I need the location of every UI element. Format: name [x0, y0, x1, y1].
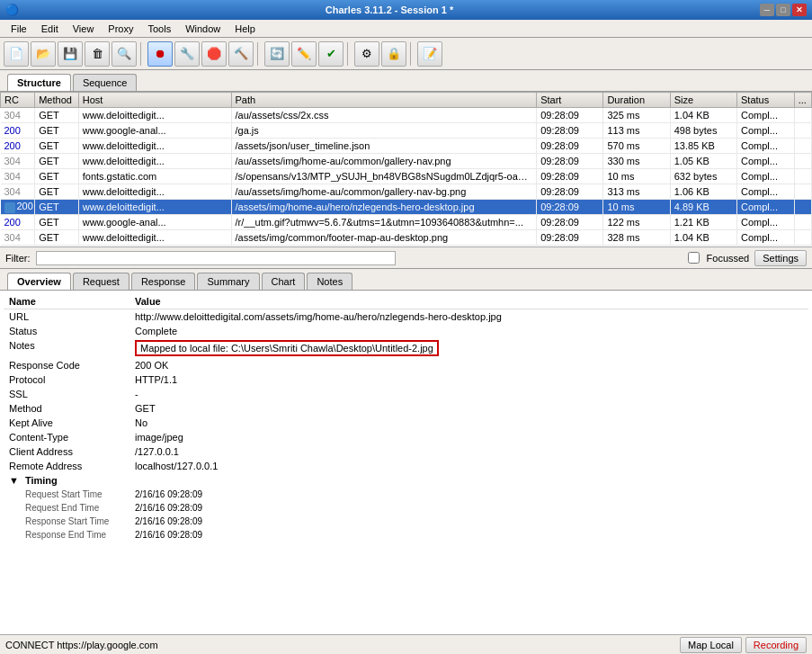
record-button[interactable]: ⏺: [147, 41, 173, 67]
tab-response[interactable]: Response: [131, 273, 196, 290]
table-row[interactable]: 200 GET www.deloittedigit... /assets/img…: [1, 200, 812, 215]
menu-view[interactable]: View: [66, 22, 102, 36]
title-controls: ─ □ ✕: [760, 4, 807, 16]
throttle-button[interactable]: 🔧: [174, 41, 200, 67]
filter-input[interactable]: [36, 251, 396, 265]
header-status[interactable]: Status: [736, 93, 794, 108]
focussed-label: Focussed: [707, 253, 750, 264]
cell-extra: [794, 200, 811, 215]
request-table-scroll[interactable]: RC Method Host Path Start Duration Size …: [0, 92, 812, 246]
timing-expand-icon[interactable]: ▼: [9, 475, 19, 486]
overview-value: GET: [129, 401, 808, 416]
cell-path: /s/opensans/v13/MTP_ySUJH_bn48VBG8sNSugd…: [231, 169, 537, 184]
filter-settings-button[interactable]: Settings: [754, 250, 807, 266]
cell-extra: [794, 108, 811, 123]
new-session-button[interactable]: 📄: [4, 41, 29, 67]
repeat-button[interactable]: 🔄: [264, 41, 290, 67]
table-row[interactable]: 200 GET www.google-anal... /r/__utm.gif?…: [1, 215, 812, 230]
search-button[interactable]: 🔍: [112, 41, 137, 67]
cell-host: www.deloittedigit...: [78, 184, 231, 200]
save-button[interactable]: 💾: [58, 41, 83, 67]
table-row[interactable]: 200 GET www.deloittedigit... /assets/jso…: [1, 139, 812, 154]
recording-button[interactable]: Recording: [745, 637, 807, 653]
table-row[interactable]: 304 GET fonts.gstatic.com /s/opensans/v1…: [1, 169, 812, 184]
tab-sequence[interactable]: Sequence: [73, 74, 138, 91]
request-rows: 304 GET www.deloittedigit... /au/assets/…: [1, 108, 812, 246]
cell-status: Compl...: [736, 169, 794, 184]
cell-path: /ga.js: [231, 123, 537, 139]
header-rc[interactable]: RC: [1, 93, 35, 108]
cell-host: www.google-anal...: [78, 215, 231, 230]
cell-path: /au/assets/img/home-au/common/gallery-na…: [231, 184, 537, 200]
detail-content[interactable]: Name Value URL http://www.deloittedigita…: [0, 291, 812, 634]
open-button[interactable]: 📂: [31, 41, 56, 67]
timing-value: 2/16/16 09:28:09: [129, 515, 808, 528]
main-panel: Structure Sequence RC Method Host Path S…: [0, 70, 812, 654]
overview-row: Kept Alive No: [4, 416, 808, 430]
overview-row: Remote Address localhost/127.0.0.1: [4, 459, 808, 473]
cell-status: Compl...: [736, 184, 794, 200]
menu-file[interactable]: File: [4, 22, 34, 36]
menu-help[interactable]: Help: [228, 22, 263, 36]
overview-value: Complete: [129, 324, 808, 338]
filter-label: Filter:: [5, 253, 31, 264]
toolbar-separator-3: [347, 42, 351, 66]
header-path[interactable]: Path: [231, 93, 537, 108]
edit-button[interactable]: ✏️: [291, 41, 317, 67]
table-row[interactable]: 304 GET www.deloittedigit... /au/assets/…: [1, 108, 812, 123]
table-row[interactable]: 304 GET www.deloittedigit... /assets/img…: [1, 230, 812, 246]
tab-overview[interactable]: Overview: [7, 273, 71, 290]
compose-button[interactable]: 📝: [417, 41, 442, 67]
overview-row: SSL -: [4, 387, 808, 401]
overview-row: Content-Type image/jpeg: [4, 430, 808, 444]
tab-structure[interactable]: Structure: [7, 74, 71, 91]
tab-chart[interactable]: Chart: [262, 273, 306, 290]
view-tabs: Structure Sequence: [0, 70, 812, 92]
overview-value: -: [129, 387, 808, 401]
notes-highlight: Mapped to local file: C:\Users\Smriti Ch…: [135, 340, 439, 356]
table-row[interactable]: 304 GET www.deloittedigit... /au/assets/…: [1, 184, 812, 200]
minimize-button[interactable]: ─: [760, 4, 774, 16]
cell-host: www.google-anal...: [78, 123, 231, 139]
overview-row: Response Code 200 OK: [4, 358, 808, 372]
cell-start: 09:28:09: [537, 108, 603, 123]
header-host[interactable]: Host: [78, 93, 231, 108]
cell-rc: 200: [1, 139, 35, 154]
cell-start: 09:28:09: [537, 184, 603, 200]
cell-rc: 304: [1, 108, 35, 123]
table-row[interactable]: 200 GET www.google-anal... /ga.js 09:28:…: [1, 123, 812, 139]
ssl-button[interactable]: 🔒: [381, 41, 406, 67]
header-start[interactable]: Start: [537, 93, 603, 108]
cell-status: Compl...: [736, 108, 794, 123]
timing-key: Response End Time: [4, 528, 129, 542]
cell-path: /assets/img/common/footer-map-au-desktop…: [231, 230, 537, 246]
header-method[interactable]: Method: [35, 93, 79, 108]
breakpoint-button[interactable]: 🛑: [201, 41, 227, 67]
cell-start: 09:28:09: [537, 200, 603, 215]
overview-value: No: [129, 416, 808, 430]
maximize-button[interactable]: □: [776, 4, 790, 16]
menu-tools[interactable]: Tools: [140, 22, 178, 36]
focussed-checkbox[interactable]: [688, 252, 700, 264]
tab-request[interactable]: Request: [73, 273, 129, 290]
timing-row: Request Start Time 2/16/16 09:28:09: [4, 488, 808, 501]
header-duration[interactable]: Duration: [603, 93, 670, 108]
cell-extra: [794, 184, 811, 200]
header-size[interactable]: Size: [670, 93, 736, 108]
clear-button[interactable]: 🗑: [85, 41, 110, 67]
settings-button[interactable]: ⚙: [354, 41, 379, 67]
timing-value: 2/16/16 09:28:09: [129, 501, 808, 515]
validate-button[interactable]: ✔: [318, 41, 344, 67]
timing-row: Response Start Time 2/16/16 09:28:09: [4, 515, 808, 528]
cell-extra: [794, 169, 811, 184]
menu-window[interactable]: Window: [178, 22, 228, 36]
tools-button[interactable]: 🔨: [228, 41, 254, 67]
tab-notes[interactable]: Notes: [307, 273, 352, 290]
table-row[interactable]: 304 GET www.deloittedigit... /au/assets/…: [1, 154, 812, 169]
menu-edit[interactable]: Edit: [34, 22, 66, 36]
menu-proxy[interactable]: Proxy: [101, 22, 140, 36]
close-button[interactable]: ✕: [792, 4, 807, 16]
map-local-button[interactable]: Map Local: [680, 637, 742, 653]
tab-summary[interactable]: Summary: [197, 273, 259, 290]
cell-path: /r/__utm.gif?utmwv=5.6.7&utms=1&utmn=109…: [231, 215, 537, 230]
